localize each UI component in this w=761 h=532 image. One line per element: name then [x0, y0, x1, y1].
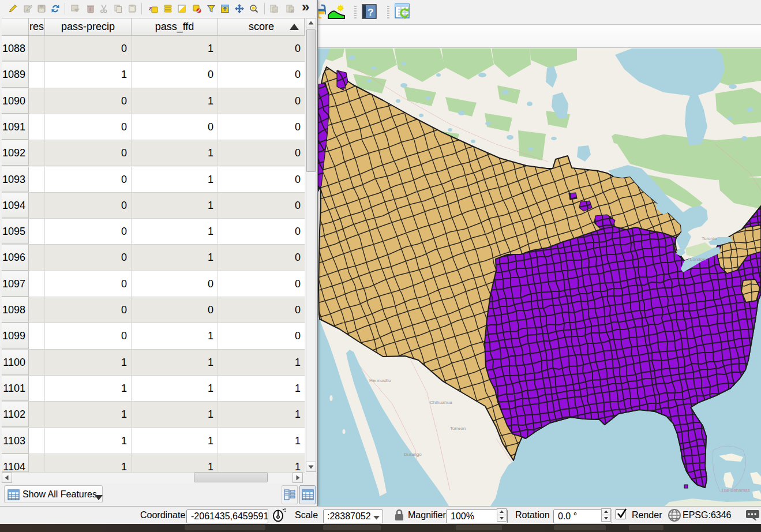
- svg-text:Chihuahua: Chihuahua: [430, 400, 452, 405]
- svg-text:The Bahamas: The Bahamas: [721, 488, 750, 493]
- svg-text:?: ?: [368, 7, 373, 18]
- svg-text:Toronto: Toronto: [702, 236, 717, 241]
- svg-text:London: London: [690, 257, 706, 262]
- svg-text:Torreon: Torreon: [450, 426, 466, 431]
- svg-text:ε: ε: [149, 4, 152, 12]
- svg-text:Durango: Durango: [404, 452, 422, 457]
- svg-text:Hermosillo: Hermosillo: [369, 378, 391, 383]
